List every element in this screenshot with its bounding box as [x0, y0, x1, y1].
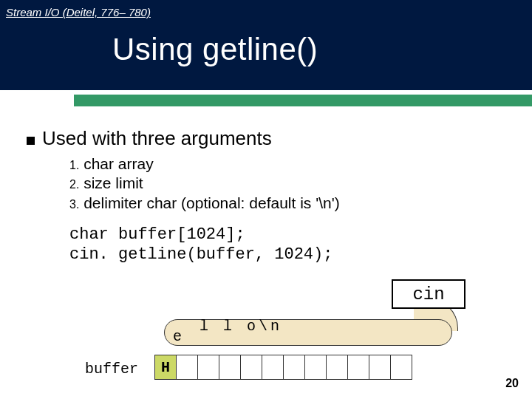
slide-content: Used with three arguments 1. char array … [0, 106, 532, 265]
list-item: 2. size limit [69, 174, 505, 193]
buffer-cell [283, 355, 305, 380]
buffer-cell [390, 355, 412, 380]
list-item: 3. delimiter char (optional: default is … [69, 194, 505, 213]
list-item: 1. char array [69, 154, 505, 174]
stream-char: e [173, 328, 182, 345]
bullet-icon [27, 137, 35, 145]
buffer-cell [326, 355, 348, 380]
cin-box: cin [392, 279, 466, 309]
page-number: 20 [505, 377, 519, 390]
buffer-cell: H [154, 355, 177, 380]
accent-bar [74, 95, 532, 106]
breadcrumb: Stream I/O (Deitel, 776– 780) [0, 0, 532, 18]
buffer-cell [304, 355, 327, 380]
buffer-cell [369, 355, 391, 380]
buffer-cell [240, 355, 262, 380]
slide-title: Using getline() [0, 18, 532, 67]
buffer-cell [197, 355, 219, 380]
buffer-cell [262, 355, 284, 380]
stream-chars: l l o\n [200, 318, 282, 335]
buffer-cell [176, 355, 198, 380]
code-line: char buffer[1024]; [69, 225, 505, 245]
numbered-list: 1. char array 2. size limit 3. delimiter… [69, 154, 505, 213]
buffer-cell [219, 355, 241, 380]
buffer-cell [347, 355, 369, 380]
buffer-label: buffer [85, 361, 138, 378]
bullet-text: Used with three arguments [42, 127, 272, 150]
stream-diagram: cin e l l o\n buffer H [0, 273, 532, 399]
slide-header: Stream I/O (Deitel, 776– 780) Using getl… [0, 0, 532, 90]
code-example: char buffer[1024]; cin. getline(buffer, … [69, 225, 505, 265]
bullet-item: Used with three arguments [27, 127, 505, 150]
code-line: cin. getline(buffer, 1024); [69, 245, 505, 265]
buffer-array: H [155, 355, 412, 380]
